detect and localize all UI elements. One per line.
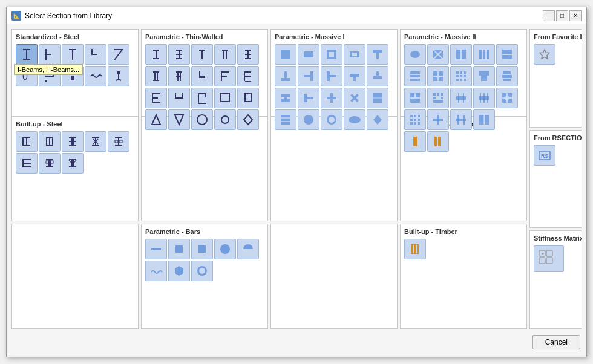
section-icon[interactable] [191,66,213,86]
close-button[interactable]: ✕ [569,10,582,21]
section-icon[interactable] [168,44,190,65]
section-icon[interactable] [344,88,365,108]
section-icon[interactable] [62,153,84,174]
section-icon[interactable] [16,153,38,174]
section-icon[interactable] [191,88,213,108]
section-icon[interactable] [275,66,296,86]
section-icon[interactable] [275,109,296,130]
section-icon[interactable] [62,131,84,152]
section-icon[interactable] [321,88,342,108]
section-icon[interactable] [237,109,259,130]
section-icon[interactable] [145,88,167,108]
section-icon[interactable] [145,261,167,281]
svg-rect-155 [418,115,420,117]
section-icon[interactable] [62,66,84,86]
section-icon[interactable] [191,261,213,281]
section-icon[interactable] [237,44,259,65]
section-icon[interactable] [427,131,449,152]
section-icon[interactable] [275,44,296,65]
section-icon[interactable] [39,131,61,152]
section-icon[interactable] [108,66,129,86]
section-icon[interactable] [298,88,319,108]
section-icon[interactable] [145,239,167,259]
section-icon[interactable] [321,66,342,86]
section-icon[interactable] [344,44,365,65]
favorite-icon[interactable] [534,44,555,65]
section-icon[interactable] [404,44,426,65]
section-icon[interactable] [367,88,388,108]
section-icon[interactable] [275,88,296,108]
section-icon[interactable] [404,66,426,86]
section-icon[interactable] [168,261,190,281]
section-icon[interactable] [404,88,426,108]
section-icon[interactable] [214,109,236,130]
section-icon[interactable] [344,66,365,86]
section-icon[interactable]: 0 [16,66,38,86]
section-icon[interactable] [344,109,365,130]
section-icon[interactable] [427,66,449,86]
section-icon[interactable] [427,109,449,130]
section-icon[interactable] [427,44,449,65]
rsection-icon[interactable]: RS [534,145,555,166]
section-icon[interactable] [191,44,213,65]
section-icon[interactable] [168,239,190,259]
section-icon[interactable] [404,131,426,152]
section-icon[interactable] [427,88,449,108]
section-icon[interactable] [450,109,472,130]
section-icon[interactable] [39,44,61,65]
stiffness-matrix-icon[interactable] [534,245,564,272]
section-icon[interactable] [321,109,342,130]
section-icon[interactable] [298,66,319,86]
section-icon[interactable] [237,239,259,259]
section-icon[interactable] [85,131,106,152]
section-icon[interactable] [237,66,259,86]
section-icon[interactable] [85,44,106,65]
section-icon[interactable] [450,66,472,86]
section-icon[interactable] [298,109,319,130]
section-icon[interactable] [145,44,167,65]
section-icon[interactable] [298,44,319,65]
section-icon[interactable] [85,66,106,86]
section-icon[interactable] [404,239,426,259]
section-icon[interactable] [473,44,495,65]
section-icon[interactable] [321,44,342,65]
section-icon[interactable] [367,109,388,130]
section-icon[interactable] [168,66,190,86]
section-icon[interactable] [367,66,388,86]
section-icon[interactable] [496,88,518,108]
svg-rect-55 [245,81,251,82]
section-icon[interactable] [168,88,190,108]
section-icon[interactable] [450,88,472,108]
section-icon[interactable] [168,109,190,130]
section-icon[interactable] [214,66,236,86]
section-icon[interactable] [473,66,495,86]
section-icon[interactable]: I-Beams, H-Beams... [16,44,38,65]
section-icon[interactable] [145,109,167,130]
section-icon[interactable] [473,109,495,130]
section-icon[interactable] [16,131,38,152]
section-icon[interactable] [496,44,518,65]
section-icon[interactable] [450,44,472,65]
section-icon[interactable] [214,239,236,259]
svg-rect-187 [69,137,76,138]
section-icon[interactable] [191,239,213,259]
section-icon[interactable] [108,131,129,152]
section-icon[interactable] [214,44,236,65]
section-icon[interactable] [108,44,129,65]
section-icon[interactable] [214,88,236,108]
section-icon[interactable] [39,66,61,86]
section-icon[interactable] [367,44,388,65]
section-icon[interactable] [145,66,167,86]
minimize-button[interactable]: — [543,10,555,21]
section-icon[interactable] [39,153,61,174]
section-icon[interactable] [404,109,426,130]
buildup-steel-title: Built-up - Steel [16,120,134,128]
section-icon[interactable] [62,44,84,65]
section-icon[interactable] [237,88,259,108]
standardized-steel-title: Standardized - Steel [16,33,134,41]
cancel-button[interactable]: Cancel [532,335,580,349]
section-icon[interactable] [191,109,213,130]
section-icon[interactable] [496,66,518,86]
maximize-button[interactable]: □ [556,10,568,21]
section-icon[interactable] [473,88,495,108]
